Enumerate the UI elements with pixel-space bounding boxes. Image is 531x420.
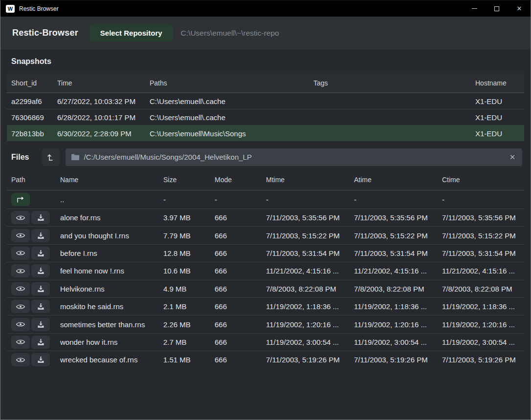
column-header-path: Path xyxy=(7,176,56,184)
download-button[interactable] xyxy=(31,318,50,331)
file-row: and you thought I.rns 7.79 MB 666 7/11/2… xyxy=(7,226,524,244)
column-header-short-id: Short_id xyxy=(7,79,53,87)
snapshots-section-header: Snapshots xyxy=(0,49,531,74)
file-ctime: 7/11/2003, 5:19:26 PM xyxy=(438,356,524,364)
preview-button[interactable] xyxy=(11,282,30,295)
snapshot-hostname: X1-EDU xyxy=(471,113,524,122)
download-button[interactable] xyxy=(31,336,50,349)
file-ctime: 7/11/2003, 5:15:22 PM xyxy=(438,231,524,240)
column-header-mtime: Mtime xyxy=(262,176,350,184)
download-icon xyxy=(37,356,44,363)
file-mode: - xyxy=(210,195,262,204)
download-button[interactable] xyxy=(31,229,50,242)
file-mtime: 7/11/2003, 5:19:26 PM xyxy=(262,356,350,364)
file-name: feel home now !.rns xyxy=(56,267,159,275)
preview-button[interactable] xyxy=(11,229,30,242)
column-header-paths: Paths xyxy=(145,79,309,87)
close-button[interactable]: ✕ xyxy=(508,0,531,17)
file-ctime: 7/11/2003, 5:35:56 PM xyxy=(438,213,524,222)
column-header-hostname: Hostname xyxy=(471,79,524,87)
file-name: moskito he said.rns xyxy=(56,302,159,311)
snapshot-row[interactable]: 76306869 6/28/2022, 10:01:17 PM C:\Users… xyxy=(7,109,524,125)
preview-button[interactable] xyxy=(11,318,30,331)
file-name: alone for.rns xyxy=(56,213,159,222)
file-mode: 666 xyxy=(210,249,262,257)
file-row: wrecked because of.rns 1.51 MB 666 7/11/… xyxy=(7,351,524,368)
file-atime: 7/11/2003, 5:15:22 PM xyxy=(350,231,438,240)
file-mtime: 7/11/2003, 5:15:22 PM xyxy=(262,231,350,240)
title-bar: W Restic Browser ✕ xyxy=(0,0,531,17)
download-icon xyxy=(37,321,44,328)
go-up-button[interactable] xyxy=(11,193,30,206)
download-button[interactable] xyxy=(31,211,50,224)
snapshot-paths: C:\Users\emuell\.cache xyxy=(145,113,309,122)
eye-icon xyxy=(16,214,25,221)
up-level-icon xyxy=(47,153,54,161)
eye-icon xyxy=(16,232,25,239)
preview-button[interactable] xyxy=(11,353,30,366)
snapshot-row[interactable]: a2299af6 6/27/2022, 10:03:32 PM C:\Users… xyxy=(7,93,524,109)
file-mtime: 11/19/2002, 3:00:54 ... xyxy=(262,338,350,346)
preview-button[interactable] xyxy=(11,336,30,349)
file-ctime: - xyxy=(438,195,524,204)
preview-button[interactable] xyxy=(11,211,30,224)
eye-icon xyxy=(16,250,25,256)
file-size: 12.8 MB xyxy=(159,249,210,257)
download-icon xyxy=(37,338,44,346)
file-name: and you thought I.rns xyxy=(56,231,159,240)
app-header: Restic-Browser Select Repository C:\User… xyxy=(0,17,531,49)
snapshots-table: Short_id Time Paths Tags Hostname a2299a… xyxy=(7,74,524,141)
file-ctime: 7/11/2003, 5:31:54 PM xyxy=(438,249,524,257)
snapshot-time: 6/27/2022, 10:03:32 PM xyxy=(53,97,145,105)
files-table-header: Path Name Size Mode Mtime Atime Ctime xyxy=(7,169,524,190)
app-title: Restic-Browser xyxy=(12,28,78,38)
download-button[interactable] xyxy=(31,282,50,295)
snapshot-hostname: X1-EDU xyxy=(471,129,524,138)
snapshot-paths: C:\Users\emuell\.cache xyxy=(145,97,309,105)
file-size: 3.97 MB xyxy=(159,213,210,222)
file-mtime: - xyxy=(262,195,350,204)
file-atime: 11/19/2002, 1:20:16 ... xyxy=(350,320,438,329)
download-button[interactable] xyxy=(31,247,50,260)
file-size: 1.51 MB xyxy=(159,356,210,364)
preview-button[interactable] xyxy=(11,300,30,313)
file-mtime: 11/19/2002, 1:20:16 ... xyxy=(262,320,350,329)
download-icon xyxy=(37,214,44,221)
download-button[interactable] xyxy=(31,264,50,277)
file-atime: 11/19/2002, 1:18:36 ... xyxy=(350,302,438,311)
snapshot-time: 6/28/2022, 10:01:17 PM xyxy=(53,113,145,122)
current-path-field[interactable]: /C:/Users/emuell/Music/Songs/2004_Helvet… xyxy=(66,148,522,166)
maximize-button[interactable] xyxy=(486,0,508,17)
window-title: Restic Browser xyxy=(19,5,59,12)
file-atime: - xyxy=(350,195,438,204)
snapshot-row-selected[interactable]: 72b813bb 6/30/2022, 2:28:09 PM C:\Users\… xyxy=(7,125,524,141)
column-header-time: Time xyxy=(53,79,145,87)
file-mode: 666 xyxy=(210,302,262,311)
go-to-root-button[interactable] xyxy=(42,148,60,166)
clear-path-button[interactable]: ✕ xyxy=(506,150,519,164)
minimize-icon xyxy=(472,8,477,9)
minimize-button[interactable] xyxy=(463,0,486,17)
snapshot-hostname: X1-EDU xyxy=(471,97,524,105)
download-button[interactable] xyxy=(31,353,50,366)
file-row: feel home now !.rns 10.6 MB 666 11/21/20… xyxy=(7,262,524,279)
preview-button[interactable] xyxy=(11,247,30,260)
select-repository-button[interactable]: Select Repository xyxy=(89,24,173,42)
download-button[interactable] xyxy=(31,300,50,313)
file-size: 10.6 MB xyxy=(159,267,210,275)
file-mtime: 7/11/2003, 5:35:56 PM xyxy=(262,213,350,222)
file-size: - xyxy=(159,195,210,204)
maximize-icon xyxy=(494,6,499,11)
preview-button[interactable] xyxy=(11,264,30,277)
file-atime: 11/21/2002, 4:15:16 ... xyxy=(350,267,438,275)
file-row: moskito he said.rns 2.1 MB 666 11/19/200… xyxy=(7,297,524,315)
file-name[interactable]: .. xyxy=(56,195,159,204)
folder-icon xyxy=(71,154,79,160)
column-header-atime: Atime xyxy=(350,176,438,184)
snapshots-title: Snapshots xyxy=(11,57,51,66)
file-ctime: 11/19/2002, 1:18:36 ... xyxy=(438,302,524,311)
file-name: before I.rns xyxy=(56,249,159,257)
snapshot-paths: C:\Users\emuell\Music\Songs xyxy=(145,129,309,138)
file-size: 7.79 MB xyxy=(159,231,210,240)
column-header-tags: Tags xyxy=(309,79,471,87)
